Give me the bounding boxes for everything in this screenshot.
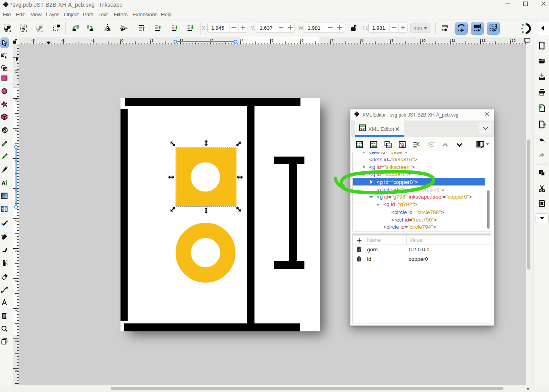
svg-text:<>: <> bbox=[360, 126, 365, 131]
svg-text:A: A bbox=[2, 180, 6, 186]
